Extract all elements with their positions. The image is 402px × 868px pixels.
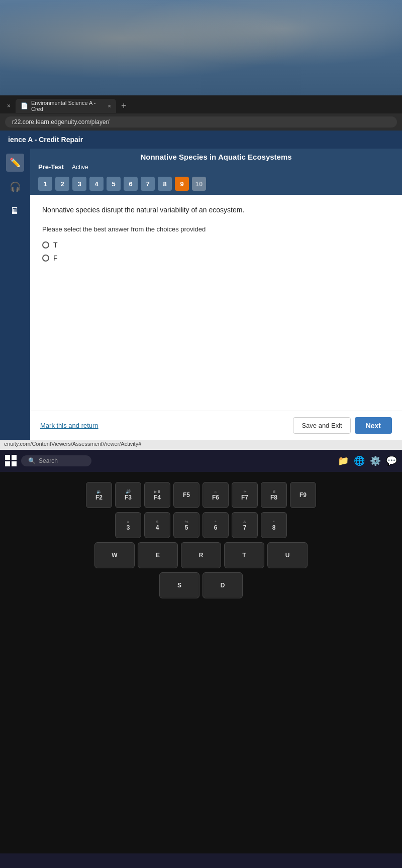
windows-taskbar: 🔍 Search 📁 🌐 ⚙️ 💬 bbox=[0, 450, 402, 472]
lesson-title: Nonnative Species in Aquatic Ecosystems bbox=[38, 153, 394, 163]
q-num-4[interactable]: 4 bbox=[89, 177, 104, 191]
key-t[interactable]: T bbox=[224, 542, 264, 568]
sidebar: ✏️ 🎧 🖩 bbox=[0, 149, 30, 440]
q-num-8[interactable]: 8 bbox=[158, 177, 172, 191]
action-buttons: Save and Exit Next bbox=[293, 417, 392, 434]
key-u[interactable]: U bbox=[267, 542, 308, 568]
answer-label-true: T bbox=[53, 241, 58, 249]
q-num-5[interactable]: 5 bbox=[107, 177, 121, 191]
search-icon: 🔍 bbox=[28, 457, 36, 464]
tab-label: Environmental Science A - Cred bbox=[31, 100, 105, 112]
key-8[interactable]: * 8 bbox=[261, 512, 287, 538]
pre-test-row: Pre-Test Active bbox=[38, 163, 394, 174]
qwerty-row: W E R T U bbox=[5, 542, 397, 568]
answer-option-false[interactable]: F bbox=[42, 254, 390, 262]
photo-background bbox=[0, 0, 402, 95]
q-num-9[interactable]: 9 bbox=[175, 177, 189, 191]
browser-chrome: × 📄 Environmental Science A - Cred × + r… bbox=[0, 95, 402, 131]
next-button[interactable]: Next bbox=[355, 417, 392, 434]
key-6[interactable]: ^ 6 bbox=[203, 512, 229, 538]
main-content: ✏️ 🎧 🖩 Nonnative Species in Aquatic Ecos… bbox=[0, 149, 402, 440]
q-num-3[interactable]: 3 bbox=[72, 177, 86, 191]
number-row: # 3 $ 4 % 5 ^ 6 & 7 * 8 bbox=[5, 512, 397, 538]
pre-test-label: Pre-Test bbox=[38, 163, 64, 171]
key-f5[interactable]: F5 bbox=[173, 482, 199, 508]
answer-label-false: F bbox=[53, 254, 58, 262]
url-text: r22.core.learn.edgenuity.com/player/ bbox=[12, 118, 110, 126]
app-header: ience A - Credit Repair bbox=[0, 131, 402, 149]
q-num-1[interactable]: 1 bbox=[38, 177, 52, 191]
key-d[interactable]: D bbox=[203, 572, 243, 598]
taskbar-icons: 📁 🌐 ⚙️ 💬 bbox=[338, 455, 397, 466]
key-3[interactable]: # 3 bbox=[115, 512, 141, 538]
status-url: enuity.com/ContentViewers/AssessmentView… bbox=[4, 441, 141, 447]
sidebar-pencil-icon[interactable]: ✏️ bbox=[6, 154, 24, 172]
tab-close-button[interactable]: × bbox=[108, 103, 111, 109]
taskbar-search-box[interactable]: 🔍 Search bbox=[21, 455, 91, 466]
key-f4[interactable]: ▶⏸ F4 bbox=[144, 482, 170, 508]
tab-bar: × 📄 Environmental Science A - Cred × + bbox=[0, 95, 402, 113]
app-header-title: ience A - Credit Repair bbox=[8, 136, 83, 144]
taskbar-chrome-icon[interactable]: ⚙️ bbox=[370, 455, 381, 466]
status-bar: enuity.com/ContentViewers/AssessmentView… bbox=[0, 440, 402, 450]
key-f6[interactable]: ☼ F6 bbox=[203, 482, 229, 508]
question-header: Nonnative Species in Aquatic Ecosystems … bbox=[30, 149, 402, 195]
taskbar-folder-icon[interactable]: 📁 bbox=[338, 455, 349, 466]
radio-false[interactable] bbox=[42, 255, 49, 262]
address-bar[interactable]: r22.core.learn.edgenuity.com/player/ bbox=[5, 116, 397, 128]
action-bar: Mark this and return Save and Exit Next bbox=[30, 411, 402, 440]
q-num-7[interactable]: 7 bbox=[141, 177, 155, 191]
key-7[interactable]: & 7 bbox=[232, 512, 258, 538]
mark-return-link[interactable]: Mark this and return bbox=[40, 422, 98, 429]
q-num-2[interactable]: 2 bbox=[55, 177, 69, 191]
key-f7[interactable]: ☀ F7 bbox=[232, 482, 258, 508]
start-button[interactable] bbox=[5, 455, 17, 467]
tab-icon: 📄 bbox=[21, 102, 28, 109]
instruction-text: Please select the best answer from the c… bbox=[42, 225, 390, 233]
taskbar-teams-icon[interactable]: 💬 bbox=[386, 455, 397, 466]
content-panel: Nonnative Species in Aquatic Ecosystems … bbox=[30, 149, 402, 440]
q-num-6[interactable]: 6 bbox=[124, 177, 138, 191]
active-tab[interactable]: 📄 Environmental Science A - Cred × bbox=[16, 99, 116, 113]
key-f2[interactable]: 🔉 F2 bbox=[86, 482, 112, 508]
q-num-10[interactable]: 10 bbox=[192, 177, 206, 191]
question-area: Nonnative species disrupt the natural va… bbox=[30, 195, 402, 411]
keyboard-area: 🔉 F2 🔊 F3 ▶⏸ F4 F5 ☼ F6 ☀ F7 🖥 F8 F9 bbox=[0, 472, 402, 853]
save-exit-button[interactable]: Save and Exit bbox=[293, 417, 350, 434]
taskbar-edge-icon[interactable]: 🌐 bbox=[354, 455, 365, 466]
key-f9[interactable]: F9 bbox=[290, 482, 316, 508]
bottom-row: S D bbox=[5, 572, 397, 598]
new-tab-button[interactable]: + bbox=[118, 101, 130, 111]
key-r[interactable]: R bbox=[181, 542, 221, 568]
key-w[interactable]: W bbox=[94, 542, 135, 568]
question-numbers: 1 2 3 4 5 6 7 8 9 10 bbox=[38, 174, 394, 195]
key-f8[interactable]: 🖥 F8 bbox=[261, 482, 287, 508]
key-f3[interactable]: 🔊 F3 bbox=[115, 482, 141, 508]
answer-option-true[interactable]: T bbox=[42, 241, 390, 249]
question-text: Nonnative species disrupt the natural va… bbox=[42, 205, 390, 215]
search-placeholder: Search bbox=[39, 457, 58, 464]
key-e[interactable]: E bbox=[138, 542, 178, 568]
key-s[interactable]: S bbox=[159, 572, 199, 598]
sidebar-calculator-icon[interactable]: 🖩 bbox=[6, 202, 24, 220]
tab-close-other[interactable]: × bbox=[4, 101, 14, 110]
sidebar-headphone-icon[interactable]: 🎧 bbox=[6, 178, 24, 196]
status-active-label: Active bbox=[72, 164, 88, 171]
key-4[interactable]: $ 4 bbox=[144, 512, 170, 538]
key-5[interactable]: % 5 bbox=[173, 512, 199, 538]
radio-true[interactable] bbox=[42, 241, 49, 249]
address-bar-row: r22.core.learn.edgenuity.com/player/ bbox=[0, 113, 402, 131]
fn-key-row: 🔉 F2 🔊 F3 ▶⏸ F4 F5 ☼ F6 ☀ F7 🖥 F8 F9 bbox=[5, 482, 397, 508]
